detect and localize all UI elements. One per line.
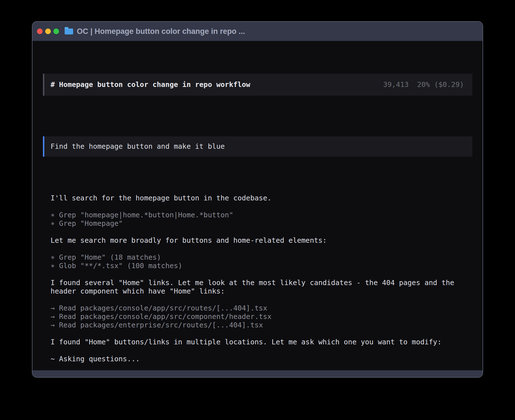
assistant-text-line: I found "Home" buttons/links in multiple… (51, 338, 472, 346)
terminal-window: OC | Homepage button color change in rep… (32, 21, 483, 378)
transcript-block: Let me search more broadly for buttons a… (51, 236, 472, 245)
tool-call-line: ∗ Grep "Home" (18 matches) (51, 253, 472, 262)
transcript-block: ∗ Grep "homepage|home.*button|Home.*butt… (51, 211, 472, 228)
context-percent-cost: 20% ($0.29) (417, 80, 464, 89)
transcript-block: → Read packages/console/app/src/routes/[… (51, 304, 472, 329)
assistant-text-line: I'll search for the homepage button in t… (51, 194, 472, 202)
tool-call-line: ∗ Glob "**/*.tsx" (100 matches) (51, 262, 472, 270)
traffic-lights (37, 29, 59, 34)
assistant-transcript: I'll search for the homepage button in t… (43, 194, 472, 363)
transcript-block: I'll search for the homepage button in t… (51, 194, 472, 202)
transcript-block: ∗ Grep "Home" (18 matches)∗ Glob "**/*.t… (51, 253, 472, 270)
session-header: # Homepage button color change in repo w… (43, 74, 472, 96)
session-title: # Homepage button color change in repo w… (51, 80, 250, 89)
window-titlebar[interactable]: OC | Homepage button color change in rep… (32, 22, 483, 41)
assistant-text-line: Let me search more broadly for buttons a… (51, 236, 472, 245)
tool-call-line: → Read packages/enterprise/src/routes/[.… (51, 321, 472, 329)
tool-call-line: ∗ Grep "homepage|home.*button|Home.*butt… (51, 211, 472, 219)
transcript-block: I found several "Home" links. Let me loo… (51, 279, 472, 296)
close-button[interactable] (37, 29, 43, 34)
terminal-content: # Homepage button color change in repo w… (32, 41, 483, 370)
transcript-block: I found "Home" buttons/links in multiple… (51, 338, 472, 346)
user-message: Find the homepage button and make it blu… (43, 136, 472, 157)
assistant-text-line: I found several "Home" links. Let me loo… (51, 279, 472, 287)
token-count: 39,413 (383, 80, 409, 89)
folder-icon (65, 29, 73, 34)
window-bottom-bar (32, 370, 483, 377)
window-title: OC | Homepage button color change in rep… (77, 27, 245, 36)
tool-call-line: → Read packages/console/app/src/componen… (51, 312, 472, 321)
minimize-button[interactable] (45, 29, 51, 34)
session-stats: 39,41320% ($0.29) (383, 80, 464, 89)
assistant-text-line: ~ Asking questions... (51, 355, 472, 363)
tool-call-line: → Read packages/console/app/src/routes/[… (51, 304, 472, 312)
assistant-text-line: header component which have "Home" links… (51, 287, 472, 296)
transcript-block: ~ Asking questions... (51, 355, 472, 363)
tool-call-line: ∗ Grep "Homepage" (51, 219, 472, 228)
user-message-text: Find the homepage button and make it blu… (51, 142, 225, 151)
maximize-button[interactable] (53, 29, 59, 34)
